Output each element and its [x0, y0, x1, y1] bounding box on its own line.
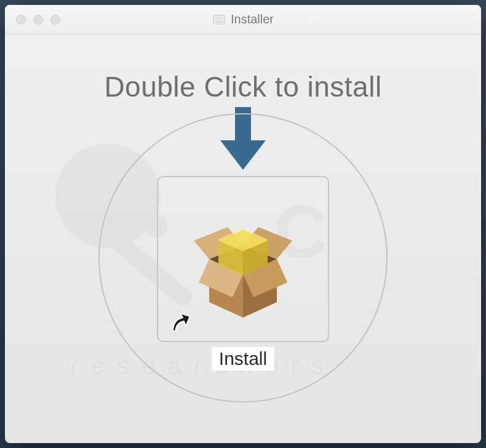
minimize-button[interactable]: [33, 15, 43, 25]
package-box-icon: [175, 191, 311, 327]
shortcut-arrow-icon: [169, 311, 193, 335]
content-area: C researchers Double Click to install: [5, 34, 481, 443]
install-icon[interactable]: [157, 176, 329, 342]
close-button[interactable]: [16, 15, 26, 25]
traffic-lights: [5, 15, 60, 25]
svg-rect-1: [215, 17, 223, 20]
install-group: Install: [157, 176, 329, 370]
instruction-text: Double Click to install: [104, 70, 381, 103]
install-label: Install: [212, 347, 274, 370]
svg-rect-2: [215, 21, 223, 23]
installer-window: Installer C researchers Double Click to …: [5, 5, 481, 443]
title-center: Installer: [212, 12, 274, 26]
titlebar: Installer: [5, 5, 481, 34]
svg-point-3: [55, 143, 160, 248]
arrow-down-icon: [215, 107, 271, 172]
drive-icon: [212, 13, 226, 26]
zoom-button[interactable]: [50, 15, 60, 25]
window-title: Installer: [231, 12, 274, 26]
